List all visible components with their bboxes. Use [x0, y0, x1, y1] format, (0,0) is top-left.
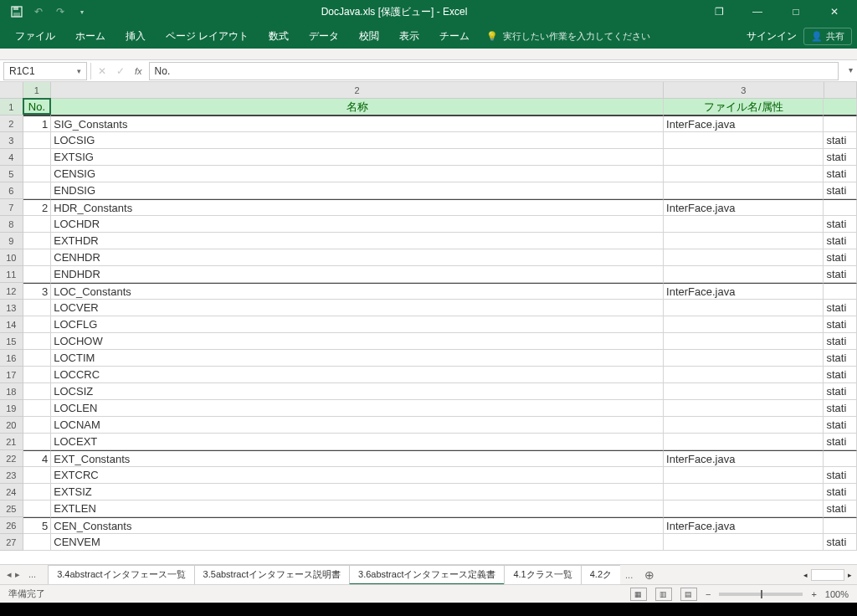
- cell[interactable]: 2: [23, 199, 52, 216]
- cell[interactable]: stati: [824, 350, 857, 367]
- row-header[interactable]: 22: [0, 450, 23, 467]
- cell[interactable]: 5: [23, 517, 52, 534]
- cell[interactable]: 4: [23, 450, 52, 467]
- row-header[interactable]: 14: [0, 316, 23, 333]
- cell[interactable]: LOCCRC: [51, 367, 664, 383]
- cell[interactable]: [23, 266, 52, 283]
- cell[interactable]: [664, 166, 824, 182]
- cell[interactable]: CENVEM: [51, 534, 664, 551]
- formula-input[interactable]: No.: [149, 62, 839, 80]
- row-header[interactable]: 15: [0, 333, 23, 350]
- cell[interactable]: [664, 216, 824, 233]
- tab-formulas[interactable]: 数式: [259, 24, 299, 49]
- zoom-out-button[interactable]: −: [706, 589, 711, 599]
- sheet-tab[interactable]: 3.6abstractインタフェース定義書: [349, 565, 505, 585]
- cell[interactable]: [23, 233, 52, 249]
- cell[interactable]: stati: [824, 166, 857, 182]
- cell[interactable]: [23, 534, 52, 551]
- cell[interactable]: InterFace.java: [664, 517, 824, 534]
- cell[interactable]: [23, 182, 52, 199]
- name-box[interactable]: R1C1▾: [3, 62, 87, 80]
- cell[interactable]: LOCLEN: [51, 400, 664, 417]
- cell[interactable]: 3: [23, 283, 52, 300]
- cell[interactable]: [23, 249, 52, 266]
- row-header[interactable]: 6: [0, 182, 23, 199]
- row-header[interactable]: 1: [0, 99, 23, 116]
- cell[interactable]: [664, 266, 824, 283]
- cell[interactable]: SIG_Constants: [51, 116, 664, 132]
- hscroll-right[interactable]: ▸: [848, 571, 852, 579]
- cell[interactable]: stati: [824, 383, 857, 400]
- cell[interactable]: [664, 300, 824, 316]
- cell[interactable]: LOCTIM: [51, 350, 664, 367]
- cell[interactable]: [664, 400, 824, 417]
- zoom-in-button[interactable]: +: [811, 589, 816, 599]
- cell[interactable]: InterFace.java: [664, 199, 824, 216]
- cell[interactable]: stati: [824, 467, 857, 484]
- view-pagebreak-button[interactable]: ▤: [680, 588, 697, 601]
- cell[interactable]: CENSIG: [51, 166, 664, 182]
- select-all-corner[interactable]: [0, 82, 23, 99]
- cell[interactable]: stati: [824, 266, 857, 283]
- cell[interactable]: [664, 249, 824, 266]
- cell[interactable]: [664, 350, 824, 367]
- view-pagelayout-button[interactable]: ▥: [655, 588, 672, 601]
- cell[interactable]: [664, 316, 824, 333]
- cell[interactable]: [824, 99, 857, 116]
- cell[interactable]: [664, 501, 824, 517]
- cell[interactable]: LOCVER: [51, 300, 664, 316]
- qat-dropdown-icon[interactable]: ▾: [75, 5, 89, 18]
- undo-icon[interactable]: ↶: [32, 5, 45, 18]
- tab-overflow[interactable]: ...: [620, 570, 638, 580]
- cell[interactable]: LOCFLG: [51, 316, 664, 333]
- cell[interactable]: stati: [824, 132, 857, 149]
- cell[interactable]: stati: [824, 501, 857, 517]
- row-header[interactable]: 17: [0, 367, 23, 383]
- view-normal-button[interactable]: ▦: [630, 588, 647, 601]
- cell[interactable]: [664, 417, 824, 434]
- row-header[interactable]: 23: [0, 467, 23, 484]
- cell[interactable]: [23, 333, 52, 350]
- cell[interactable]: stati: [824, 367, 857, 383]
- cell[interactable]: [23, 417, 52, 434]
- cell[interactable]: InterFace.java: [664, 283, 824, 300]
- cell[interactable]: LOCSIG: [51, 132, 664, 149]
- tab-nav-more[interactable]: ...: [23, 569, 41, 580]
- cell[interactable]: stati: [824, 182, 857, 199]
- row-header[interactable]: 21: [0, 434, 23, 450]
- row-header[interactable]: 12: [0, 283, 23, 300]
- tab-review[interactable]: 校閲: [349, 24, 389, 49]
- row-header[interactable]: 3: [0, 132, 23, 149]
- cell[interactable]: LOCEXT: [51, 434, 664, 450]
- cell[interactable]: EXT_Constants: [51, 450, 664, 467]
- cell[interactable]: EXTHDR: [51, 233, 664, 249]
- cell[interactable]: stati: [824, 233, 857, 249]
- cell[interactable]: LOCSIZ: [51, 383, 664, 400]
- hscroll-left[interactable]: ◂: [803, 571, 808, 579]
- row-header[interactable]: 19: [0, 400, 23, 417]
- cell[interactable]: [664, 383, 824, 400]
- cell[interactable]: [664, 367, 824, 383]
- cell[interactable]: [23, 166, 52, 182]
- cell[interactable]: 名称: [51, 99, 664, 116]
- cell[interactable]: [23, 501, 52, 517]
- cell[interactable]: [664, 233, 824, 249]
- cell[interactable]: [23, 216, 52, 233]
- row-header[interactable]: 10: [0, 249, 23, 266]
- tab-home[interactable]: ホーム: [65, 24, 115, 49]
- cell[interactable]: stati: [824, 534, 857, 551]
- cell[interactable]: [23, 467, 52, 484]
- sheet-tab[interactable]: 3.4abstractインタフェース一覧: [48, 565, 194, 585]
- row-header[interactable]: 4: [0, 149, 23, 166]
- cell[interactable]: stati: [824, 434, 857, 450]
- cell[interactable]: [664, 467, 824, 484]
- cell[interactable]: ファイル名/属性: [664, 99, 824, 116]
- cell[interactable]: [664, 132, 824, 149]
- cell[interactable]: [23, 400, 52, 417]
- enter-icon[interactable]: ✓: [116, 65, 125, 77]
- cell[interactable]: [23, 300, 52, 316]
- cell[interactable]: stati: [824, 249, 857, 266]
- zoom-level[interactable]: 100%: [825, 589, 849, 599]
- cell[interactable]: 1: [23, 116, 52, 132]
- tab-insert[interactable]: 挿入: [115, 24, 156, 49]
